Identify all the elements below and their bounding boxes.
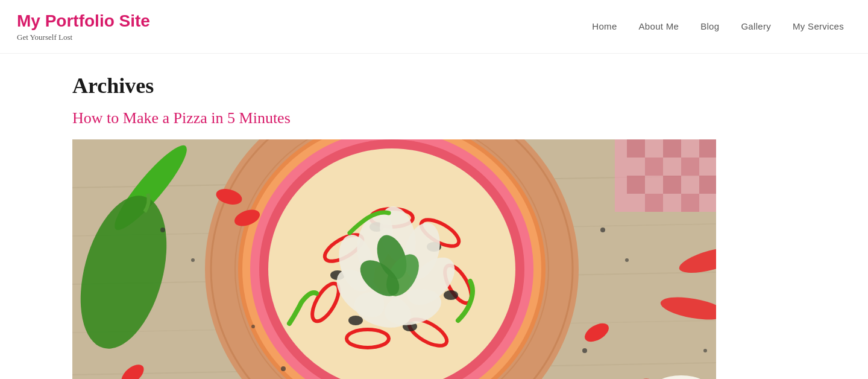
svg-point-68 (160, 228, 165, 232)
svg-point-70 (600, 228, 605, 232)
svg-rect-16 (681, 194, 699, 212)
svg-point-73 (703, 349, 707, 352)
svg-rect-15 (645, 194, 663, 212)
svg-point-36 (444, 290, 458, 300)
svg-rect-11 (681, 158, 699, 176)
main-nav: Home About Me Blog Gallery My Services (592, 21, 844, 31)
nav-blog[interactable]: Blog (700, 21, 719, 31)
archives-heading: Archives (72, 73, 868, 98)
nav-home[interactable]: Home (592, 21, 617, 31)
post-image (72, 139, 716, 379)
svg-rect-10 (645, 158, 663, 176)
svg-point-71 (625, 258, 629, 262)
site-header: My Portfolio Site Get Yourself Lost Home… (0, 0, 868, 54)
svg-point-75 (251, 325, 255, 328)
site-branding: My Portfolio Site Get Yourself Lost (17, 11, 150, 42)
svg-point-34 (348, 316, 363, 325)
site-title[interactable]: My Portfolio Site (17, 11, 150, 31)
svg-rect-12 (627, 176, 645, 194)
post-title[interactable]: How to Make a Pizza in 5 Minutes (72, 109, 868, 127)
svg-rect-13 (663, 176, 681, 194)
svg-rect-14 (699, 176, 716, 194)
pizza-photo (72, 139, 716, 379)
nav-services[interactable]: My Services (793, 21, 844, 31)
svg-point-72 (582, 348, 587, 353)
site-tagline: Get Yourself Lost (17, 33, 150, 42)
svg-point-69 (191, 258, 195, 262)
svg-rect-9 (699, 139, 716, 158)
svg-rect-7 (627, 139, 645, 158)
svg-rect-8 (663, 139, 681, 158)
nav-gallery[interactable]: Gallery (741, 21, 771, 31)
svg-point-74 (281, 366, 286, 371)
main-content: Archives How to Make a Pizza in 5 Minute… (0, 54, 868, 379)
nav-about[interactable]: About Me (639, 21, 679, 31)
